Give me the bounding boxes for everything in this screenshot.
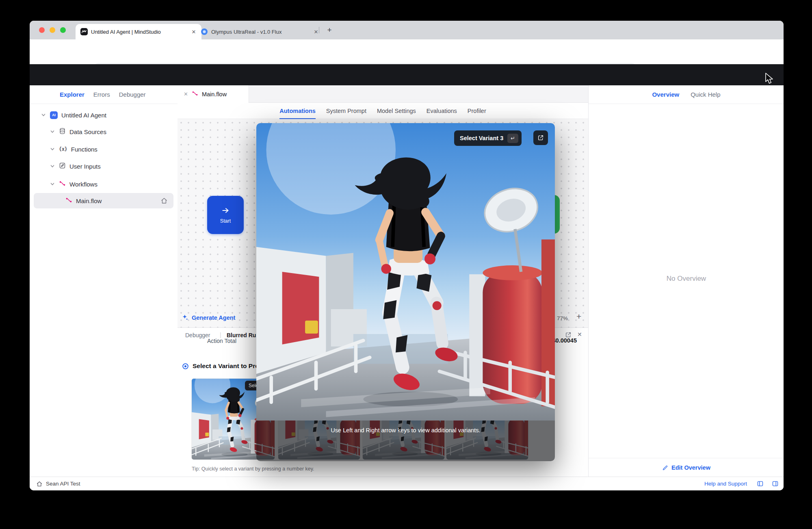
tab-close-icon[interactable]: ✕ bbox=[184, 91, 188, 97]
variant-target-icon bbox=[182, 363, 189, 371]
debugger-title[interactable]: Debugger bbox=[185, 332, 210, 338]
open-full-image-button[interactable] bbox=[533, 130, 548, 145]
browser-tab-active[interactable]: Untitled AI Agent | MindStudio ✕ bbox=[76, 24, 201, 39]
toggle-right-panel-icon[interactable] bbox=[772, 480, 779, 487]
select-variant-button[interactable]: Select Variant 3 ↵ bbox=[454, 130, 522, 146]
select-variant-label: Select Variant 3 bbox=[460, 135, 503, 141]
olympus-favicon bbox=[201, 28, 208, 35]
tab-explorer[interactable]: Explorer bbox=[60, 91, 84, 98]
zoom-level: 77% bbox=[557, 315, 568, 321]
agent-icon: AI bbox=[50, 111, 58, 119]
traffic-light-minimize[interactable] bbox=[50, 27, 55, 33]
tree-item-label: Functions bbox=[71, 146, 97, 153]
workflow-icon bbox=[65, 197, 72, 205]
database-icon bbox=[59, 128, 66, 136]
tree-item-user-inputs[interactable]: User Inputs bbox=[30, 158, 178, 175]
start-node[interactable]: Start bbox=[207, 196, 244, 234]
editor-nav-tabs: Automations System Prompt Model Settings… bbox=[178, 103, 588, 119]
workflow-icon bbox=[59, 180, 66, 188]
tree-item-label: Untitled AI Agent bbox=[61, 112, 106, 119]
tree-item-functions[interactable]: {x} Functions bbox=[30, 141, 178, 158]
tab-debugger[interactable]: Debugger bbox=[119, 91, 146, 98]
new-tab-button[interactable]: + bbox=[325, 25, 334, 35]
enter-key-icon: ↵ bbox=[507, 134, 518, 143]
debugger-close-icon[interactable]: ✕ bbox=[577, 331, 582, 338]
variant-tip: Tip: Quickly select a variant by pressin… bbox=[192, 466, 314, 472]
modal-caption-band: Use Left and Right arrow keys to view ad… bbox=[256, 421, 555, 461]
tab-system-prompt[interactable]: System Prompt bbox=[326, 103, 366, 119]
tree-item-label: Data Sources bbox=[69, 128, 106, 135]
browser-tab-title: Untitled AI Agent | MindStudio bbox=[91, 29, 187, 35]
home-icon[interactable] bbox=[36, 481, 43, 487]
edit-overview-link[interactable]: Edit Overview bbox=[589, 464, 784, 471]
toggle-left-panel-icon[interactable] bbox=[757, 480, 764, 487]
browser-tab-strip: Untitled AI Agent | MindStudio ✕ Olympus… bbox=[30, 21, 784, 39]
tab-evaluations[interactable]: Evaluations bbox=[427, 103, 457, 119]
tab-automations[interactable]: Automations bbox=[279, 103, 316, 119]
tree-item-label: Main.flow bbox=[76, 197, 102, 204]
action-total-label: Action Total bbox=[207, 338, 236, 344]
variant-preview-modal: Use Left and Right arrow keys to view ad… bbox=[256, 123, 555, 461]
browser-tab-inactive[interactable]: Olympus UltraReal - v1.0 Flux ✕ bbox=[196, 24, 324, 39]
chevron-down-icon[interactable] bbox=[50, 147, 55, 152]
modal-caption: Use Left and Right arrow keys to view ad… bbox=[331, 427, 480, 461]
no-overview-text: No Overview bbox=[589, 275, 784, 283]
sparkle-icon bbox=[182, 314, 188, 321]
chevron-down-icon[interactable] bbox=[41, 113, 46, 117]
pencil-icon bbox=[662, 465, 668, 471]
tab-overview[interactable]: Overview bbox=[652, 91, 679, 98]
tab-quick-help[interactable]: Quick Help bbox=[691, 91, 720, 98]
tree-item-data-sources[interactable]: Data Sources bbox=[30, 123, 178, 140]
status-bar: Sean API Test Help and Support bbox=[30, 477, 784, 490]
chevron-down-icon[interactable] bbox=[50, 182, 55, 186]
tree-item-label: Workflows bbox=[69, 181, 97, 188]
tree-item-workflows[interactable]: Workflows bbox=[30, 176, 178, 193]
divider bbox=[589, 458, 784, 458]
action-total-value: $0.00045 bbox=[552, 337, 577, 344]
generate-agent-label: Generate Agent bbox=[192, 314, 235, 321]
generate-agent-button[interactable]: Generate Agent bbox=[182, 314, 235, 321]
editor-tab-label: Main.flow bbox=[202, 91, 227, 98]
arrow-right-icon bbox=[221, 206, 230, 215]
tree-item-label: User Inputs bbox=[69, 163, 101, 170]
traffic-light-close[interactable] bbox=[39, 27, 45, 33]
pencil-input-icon bbox=[59, 162, 66, 170]
home-icon[interactable] bbox=[160, 197, 168, 206]
open-in-new-icon bbox=[537, 134, 544, 141]
chevron-down-icon[interactable] bbox=[50, 164, 55, 169]
workspace-name[interactable]: Sean API Test bbox=[46, 481, 80, 487]
separator: | bbox=[220, 332, 221, 338]
tree-item-mainflow-selected[interactable]: Main.flow bbox=[34, 193, 173, 208]
browser-tab-title: Olympus UltraReal - v1.0 Flux bbox=[211, 29, 309, 35]
browser-toolbar: ← → ⟳ app.mindstudio.ai/agents/7dbda32b-… bbox=[30, 39, 784, 65]
workflow-icon bbox=[192, 90, 198, 98]
tab-errors[interactable]: Errors bbox=[93, 91, 110, 98]
start-node-label: Start bbox=[220, 218, 231, 224]
functions-icon: {x} bbox=[59, 146, 67, 152]
tree-item-agent[interactable]: AI Untitled AI Agent bbox=[30, 106, 178, 124]
tab-separator bbox=[319, 27, 319, 33]
variant-image[interactable] bbox=[256, 123, 555, 421]
app-header: AI Untitled AI Agent ✓ Draft Saved Publi… bbox=[30, 64, 784, 85]
traffic-light-zoom[interactable] bbox=[60, 27, 66, 33]
mouse-cursor bbox=[764, 72, 775, 86]
mindstudio-favicon bbox=[80, 28, 88, 35]
editor-open-tab[interactable]: ✕ Main.flow bbox=[178, 85, 249, 103]
overview-panel: Overview Quick Help No Overview Edit Ove… bbox=[588, 85, 784, 477]
help-support-link[interactable]: Help and Support bbox=[704, 481, 747, 487]
zoom-in-button[interactable]: + bbox=[576, 312, 581, 321]
tab-model-settings[interactable]: Model Settings bbox=[377, 103, 416, 119]
tab-profiler[interactable]: Profiler bbox=[468, 103, 486, 119]
chevron-down-icon[interactable] bbox=[50, 129, 55, 134]
edit-overview-label: Edit Overview bbox=[671, 464, 710, 471]
